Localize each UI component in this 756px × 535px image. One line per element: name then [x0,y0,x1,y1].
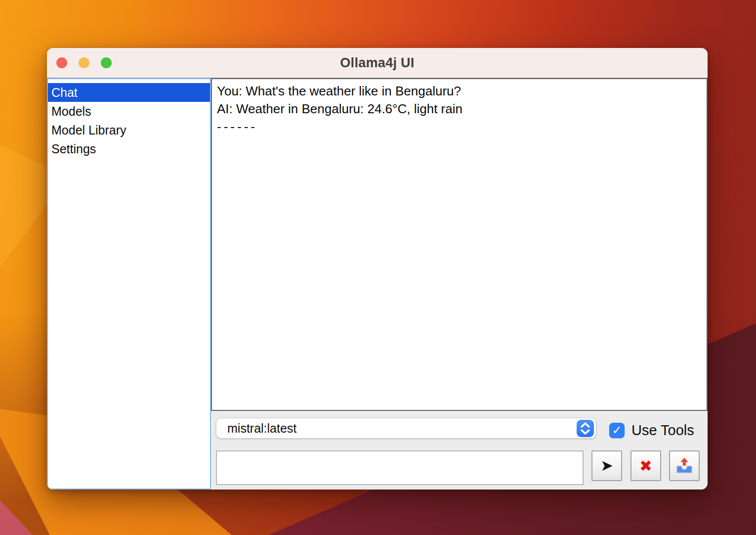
chat-transcript[interactable]: You: What's the weather like in Bengalur… [211,78,708,411]
send-button[interactable]: ➤ [591,450,622,481]
send-icon: ➤ [600,456,613,475]
chat-message-user: You: What's the weather like in Bengalur… [217,82,702,100]
message-input[interactable] [216,450,584,485]
zoom-button[interactable] [101,57,112,68]
export-button[interactable] [669,450,700,481]
clear-icon: ✖ [639,457,652,475]
window-title: Ollama4j UI [340,55,414,71]
sidebar-item-chat[interactable]: Chat [48,83,210,102]
sidebar-item-models[interactable]: Models [48,102,210,121]
close-button[interactable] [56,57,67,68]
sidebar-nav: Chat Models Model Library Settings [47,78,211,490]
checkbox-box: ✓ [609,423,625,438]
window-content: Chat Models Model Library Settings You: … [47,78,708,490]
window-titlebar[interactable]: Ollama4j UI [47,48,708,78]
app-window: Ollama4j UI Chat Models Model Library Se… [47,48,708,490]
model-select-value: mistral:latest [227,421,296,436]
use-tools-label: Use Tools [631,422,694,439]
sidebar-item-model-library[interactable]: Model Library [48,121,210,139]
composer-panel: mistral:latest ✓ Use Tools [211,411,708,490]
chat-message-separator: ------ [217,118,702,135]
model-select[interactable]: mistral:latest [216,418,596,439]
combobox-arrows-icon [577,420,594,437]
clear-button[interactable]: ✖ [630,450,661,481]
chat-message-ai: AI: Weather in Bengaluru: 24.6°C, light … [217,100,702,118]
main-panel: You: What's the weather like in Bengalur… [211,78,708,490]
traffic-lights [56,57,112,68]
sidebar-item-settings[interactable]: Settings [48,139,210,158]
minimize-button[interactable] [79,57,89,68]
use-tools-checkbox[interactable]: ✓ Use Tools [609,422,694,439]
outbox-tray-icon [675,456,694,475]
checkmark-icon: ✓ [612,424,622,436]
